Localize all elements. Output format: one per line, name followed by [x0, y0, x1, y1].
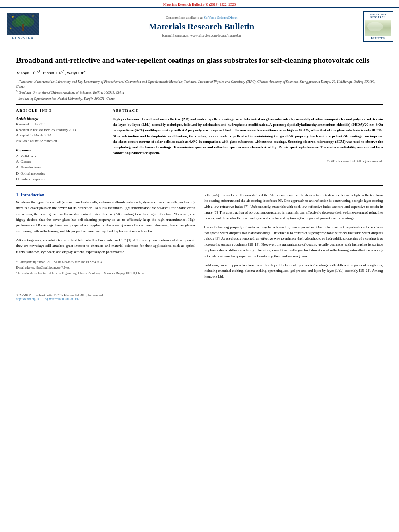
article-info-column: ARTICLE INFO Article history: Received 5… [16, 109, 105, 182]
journal-citation-bar: Materials Research Bulletin 48 (2013) 25… [0, 0, 399, 7]
svg-point-1 [16, 15, 30, 27]
available-date: Available online 22 March 2013 [16, 138, 105, 144]
journal-center: Contents lists available at SciVerse Sci… [45, 16, 358, 37]
keywords-title: Keywords: [16, 148, 105, 152]
keyword-1: A. Multilayers [16, 153, 105, 159]
svg-point-4 [24, 18, 34, 27]
footnote-3: ¹ Present address: Institute of Process … [16, 271, 195, 276]
keyword-2: A. Glasses [16, 159, 105, 164]
body-para-right-1: cells [2–5]. Fresnel and Poisson defined… [204, 192, 383, 221]
affiliations: a Functional Nanomaterials Laboratory an… [16, 78, 383, 101]
article-info-header: ARTICLE INFO [16, 109, 105, 114]
keyword-5: D. Surface properties [16, 176, 105, 182]
sciverse-line: Contents lists available at SciVerse Sci… [45, 16, 358, 20]
svg-point-5 [12, 16, 14, 18]
mrb-image [365, 20, 391, 36]
article-history: Article history: Received 5 July 2012 Re… [16, 117, 105, 144]
history-title: Article history: [16, 117, 105, 121]
body-divider [16, 185, 383, 186]
body-para-right-3: Until now, varied approaches have been d… [204, 262, 383, 279]
affil-a: a Functional Nanomaterials Laboratory an… [16, 78, 383, 89]
accepted-date: Accepted 12 March 2013 [16, 133, 105, 138]
keyword-4: D. Optical properties [16, 170, 105, 176]
elsevier-logo-graphic [7, 13, 39, 35]
footer-issn: 0025-5408/$ – see front matter © 2013 El… [16, 294, 383, 297]
body-two-col: 1. Introduction Whatever the type of sol… [16, 192, 383, 283]
authors-line: Xiaoyu Lia,b,1, Junhui Hea,*, Weiyi Liuc [16, 70, 383, 75]
journal-title: Materials Research Bulletin [45, 21, 358, 32]
revised-date: Received in revised form 25 February 201… [16, 127, 105, 133]
mrb-logo-box: MATERIALS RESEARCH BULLETIN [363, 11, 393, 42]
affil-c: c Institute of Optoelectronics, Nankai U… [16, 95, 383, 101]
affil-b: b Graduate University of Chinese Academy… [16, 89, 383, 95]
footnote-divider [16, 258, 64, 258]
svg-point-7 [35, 27, 36, 28]
keywords-section: Keywords: A. Multilayers A. Glasses A. N… [16, 148, 105, 182]
journal-homepage: journal homepage: www.elsevier.com/locat… [45, 33, 358, 37]
sciverse-link[interactable]: SciVerse ScienceDirect [204, 16, 237, 20]
copyright-line: © 2013 Elsevier Ltd. All rights reserved… [113, 159, 383, 163]
article-info-abstract-section: ARTICLE INFO Article history: Received 5… [16, 109, 383, 182]
article-title: Broadband anti-reflective and water-repe… [16, 55, 383, 66]
footer-doi: http://dx.doi.org/10.1016/j.materresbull… [16, 297, 383, 301]
footnotes: * Corresponding author. Tel.: +86 10 825… [16, 260, 195, 276]
body-para-left-1: Whatever the type of solar cell (silicon… [16, 199, 195, 234]
footer-bar: 0025-5408/$ – see front matter © 2013 El… [16, 292, 383, 301]
elsevier-wordmark: ELSEVIER [12, 36, 34, 40]
footnote-2: E-mail address: jlhe@mail.ipc.ac.cn (J. … [16, 265, 195, 270]
author-3: Weiyi Liuc [67, 70, 86, 75]
body-left-col: 1. Introduction Whatever the type of sol… [16, 192, 195, 283]
body-para-right-2: The self-cleaning property of surfaces m… [204, 224, 383, 259]
elsevier-logo: ELSEVIER [5, 13, 41, 40]
section-1-title: 1. Introduction [16, 192, 195, 197]
received-date: Received 5 July 2012 [16, 122, 105, 127]
svg-point-6 [32, 15, 34, 17]
abstract-text: High performance broadband antireflectiv… [113, 117, 383, 156]
body-right-col: cells [2–5]. Fresnel and Poisson defined… [204, 192, 383, 283]
mrb-bulletin-label: BULLETIN [365, 37, 391, 40]
body-para-left-2: AR coatings on glass substrates were fir… [16, 237, 195, 255]
author-1: Xiaoyu Lia,b,1 [16, 70, 40, 75]
author-2: Junhui Hea,* [43, 70, 64, 75]
journal-header: ELSEVIER Contents lists available at Sci… [0, 7, 399, 45]
abstract-header: ABSTRACT [113, 109, 383, 114]
footnote-1: * Corresponding author. Tel.: +86 10 825… [16, 260, 195, 265]
abstract-column: ABSTRACT High performance broadband anti… [113, 109, 383, 182]
article-main: Broadband anti-reflective and water-repe… [0, 45, 399, 287]
svg-rect-2 [22, 24, 24, 31]
section-divider [16, 104, 383, 105]
svg-rect-0 [7, 13, 39, 35]
svg-point-8 [10, 28, 12, 29]
journal-right-logo: MATERIALS RESEARCH BULLETIN [362, 11, 394, 42]
keyword-3: A. Nanostructures [16, 164, 105, 170]
svg-point-3 [12, 19, 22, 27]
journal-citation: Materials Research Bulletin 48 (2013) 25… [163, 2, 236, 6]
